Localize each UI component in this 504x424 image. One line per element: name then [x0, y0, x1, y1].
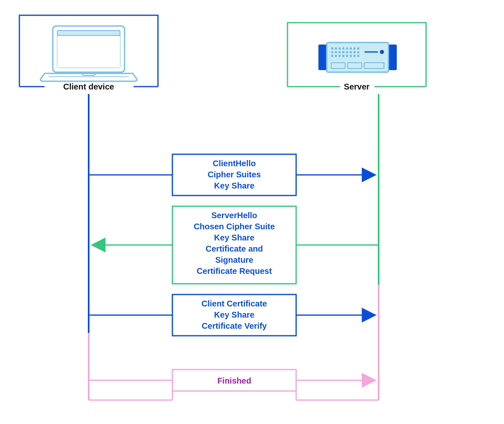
m2-l1: ServerHello	[211, 211, 257, 220]
svg-rect-29	[335, 55, 337, 57]
svg-rect-20	[331, 51, 333, 53]
svg-rect-28	[331, 55, 333, 57]
svg-rect-17	[350, 47, 352, 49]
svg-rect-32	[346, 55, 348, 57]
client-node-title: Client device	[63, 82, 114, 91]
svg-rect-24	[346, 51, 348, 53]
svg-rect-26	[353, 51, 356, 53]
svg-rect-31	[342, 55, 344, 57]
svg-rect-27	[357, 51, 359, 53]
client-node: Client device	[19, 15, 158, 91]
m4-l1: Finished	[217, 376, 251, 385]
m2-l5: Signature	[215, 255, 253, 264]
laptop-icon	[40, 26, 137, 81]
m1-l3: Key Share	[214, 181, 254, 190]
svg-rect-11	[327, 42, 389, 72]
svg-rect-23	[342, 51, 344, 53]
svg-rect-12	[331, 47, 333, 49]
m3-l1: Client Certificate	[202, 299, 267, 308]
m2-l2: Chosen Cipher Suite	[194, 222, 275, 231]
svg-rect-25	[350, 51, 352, 53]
server-icon	[318, 42, 397, 72]
m1-l1: ClientHello	[213, 159, 256, 168]
message-client-certificate: Client Certificate Key Share Certificate…	[89, 294, 374, 336]
m1-l2: Cipher Suites	[208, 170, 261, 179]
m2-l6: Certificate Request	[197, 266, 272, 276]
server-node: Server	[287, 23, 426, 91]
message-server-hello: ServerHello Chosen Cipher Suite Key Shar…	[94, 206, 379, 284]
m2-l3: Key Share	[214, 233, 254, 242]
message-finished: Finished	[89, 370, 374, 391]
svg-rect-4	[57, 35, 120, 68]
svg-rect-18	[353, 47, 356, 49]
m3-l3: Certificate Verify	[202, 321, 267, 330]
svg-rect-15	[342, 47, 344, 49]
svg-rect-22	[339, 51, 341, 53]
svg-rect-30	[339, 55, 341, 57]
svg-point-37	[380, 50, 384, 54]
message-client-hello: ClientHello Cipher Suites Key Share	[89, 154, 374, 196]
server-node-title: Server	[344, 82, 370, 91]
svg-rect-13	[335, 47, 337, 49]
svg-rect-19	[357, 47, 359, 49]
svg-rect-33	[350, 55, 352, 57]
lifeline-bottoms	[89, 391, 379, 400]
m3-l2: Key Share	[214, 310, 254, 319]
diagram-stage: Client device Server	[0, 0, 504, 424]
svg-rect-16	[346, 47, 348, 49]
svg-rect-35	[357, 55, 359, 57]
svg-rect-21	[335, 51, 337, 53]
svg-rect-34	[353, 55, 356, 57]
svg-rect-14	[339, 47, 341, 49]
m2-l4: Certificate and	[206, 244, 263, 253]
diagram-svg: Client device Server	[0, 0, 504, 424]
